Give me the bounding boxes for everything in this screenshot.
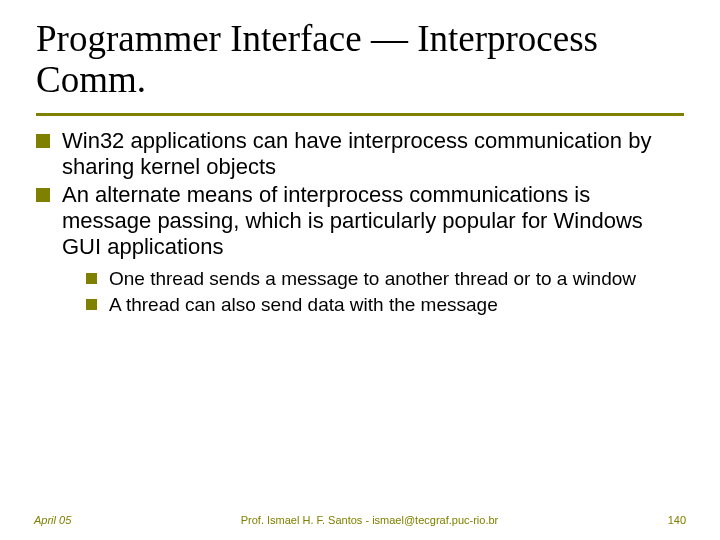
square-bullet-icon [86,273,97,284]
footer-page-number: 140 [668,514,686,526]
slide-title: Programmer Interface — Interprocess Comm… [36,18,684,101]
square-bullet-icon [36,188,50,202]
bullet-level1: An alternate means of interprocess commu… [36,182,684,260]
body: Win32 applications can have interprocess… [0,116,720,317]
square-bullet-icon [36,134,50,148]
footer-author: Prof. Ismael H. F. Santos - ismael@tecgr… [71,514,667,526]
title-block: Programmer Interface — Interprocess Comm… [0,0,720,105]
bullet-level2: A thread can also send data with the mes… [86,294,684,316]
bullet-text: One thread sends a message to another th… [109,268,684,290]
bullet-text: Win32 applications can have interprocess… [62,128,684,180]
bullet-level1: Win32 applications can have interprocess… [36,128,684,180]
slide: Programmer Interface — Interprocess Comm… [0,0,720,540]
sublist: One thread sends a message to another th… [36,262,684,317]
bullet-text: An alternate means of interprocess commu… [62,182,684,260]
bullet-level2: One thread sends a message to another th… [86,268,684,290]
bullet-text: A thread can also send data with the mes… [109,294,684,316]
footer-date: April 05 [34,514,71,526]
footer: April 05 Prof. Ismael H. F. Santos - ism… [0,514,720,526]
square-bullet-icon [86,299,97,310]
